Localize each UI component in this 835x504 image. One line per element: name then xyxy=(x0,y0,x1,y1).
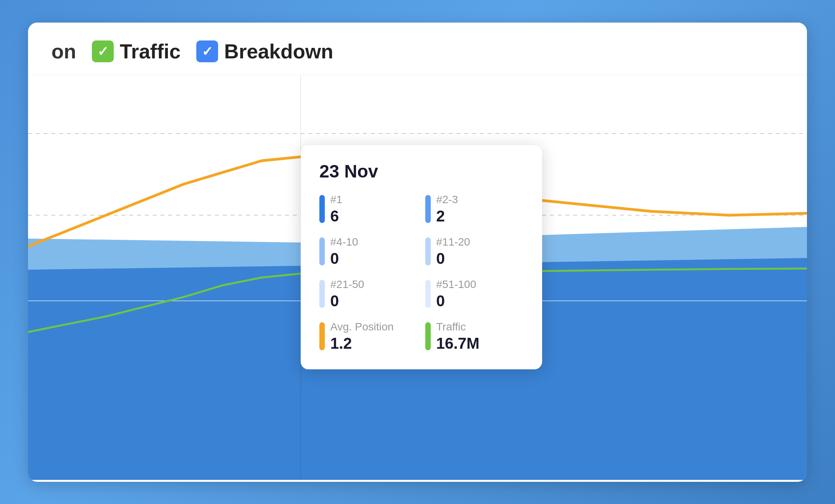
tooltip-grid: #1 6 #2-3 2 #4-10 xyxy=(319,193,523,352)
traffic-value-label: Traffic xyxy=(436,321,479,333)
traffic-value-value: 16.7M xyxy=(436,335,479,352)
tooltip-item-traffic: Traffic 16.7M xyxy=(425,321,523,352)
rank51-100-bar xyxy=(425,280,431,308)
tooltip: 23 Nov #1 6 #2-3 2 xyxy=(301,145,542,369)
rank11-20-content: #11-20 0 xyxy=(436,236,470,267)
tooltip-item-avg-position: Avg. Position 1.2 xyxy=(319,321,418,352)
traffic-content: Traffic 16.7M xyxy=(436,321,479,352)
rank51-100-content: #51-100 0 xyxy=(436,278,476,310)
legend-item-traffic[interactable]: ✓ Traffic xyxy=(92,40,181,63)
rank1-value: 6 xyxy=(330,207,342,225)
breakdown-label: Breakdown xyxy=(224,40,333,63)
rank4-10-label: #4-10 xyxy=(330,236,358,248)
chart-container: on ✓ Traffic ✓ Breakdown xyxy=(28,23,807,482)
tooltip-item-rank2-3: #2-3 2 xyxy=(425,193,523,225)
rank1-label: #1 xyxy=(330,193,342,206)
tooltip-item-rank21-50: #21-50 0 xyxy=(319,278,418,310)
chart-area: 23 Nov #1 6 #2-3 2 xyxy=(28,75,807,480)
legend-bar: on ✓ Traffic ✓ Breakdown xyxy=(28,23,807,75)
rank4-10-value: 0 xyxy=(330,250,358,267)
rank11-20-label: #11-20 xyxy=(436,236,470,248)
rank2-3-content: #2-3 2 xyxy=(436,193,458,225)
rank2-3-value: 2 xyxy=(436,207,458,225)
rank21-50-value: 0 xyxy=(330,292,364,310)
traffic-label: Traffic xyxy=(120,40,181,63)
rank11-20-value: 0 xyxy=(436,250,470,267)
rank2-3-bar xyxy=(425,195,431,223)
rank21-50-content: #21-50 0 xyxy=(330,278,364,310)
rank21-50-bar xyxy=(319,280,325,308)
rank2-3-label: #2-3 xyxy=(436,193,458,206)
rank51-100-label: #51-100 xyxy=(436,278,476,291)
avg-position-content: Avg. Position 1.2 xyxy=(330,321,394,352)
rank4-10-content: #4-10 0 xyxy=(330,236,358,267)
avg-position-value: 1.2 xyxy=(330,335,394,352)
tooltip-date: 23 Nov xyxy=(319,161,523,182)
avg-position-bar xyxy=(319,322,325,350)
traffic-bar xyxy=(425,322,431,350)
rank4-10-bar xyxy=(319,237,325,265)
rank51-100-value: 0 xyxy=(436,292,476,310)
avg-position-label: Avg. Position xyxy=(330,321,394,333)
legend-item-breakdown[interactable]: ✓ Breakdown xyxy=(196,40,333,63)
traffic-checkmark: ✓ xyxy=(97,45,108,58)
legend-partial-text: on xyxy=(51,40,76,63)
svg-marker-3 xyxy=(28,266,301,480)
tooltip-item-rank11-20: #11-20 0 xyxy=(425,236,523,267)
breakdown-checkbox[interactable]: ✓ xyxy=(196,40,218,62)
tooltip-item-rank4-10: #4-10 0 xyxy=(319,236,418,267)
rank11-20-bar xyxy=(425,237,431,265)
tooltip-item-rank1: #1 6 xyxy=(319,193,418,225)
breakdown-checkmark: ✓ xyxy=(202,45,213,58)
rank1-content: #1 6 xyxy=(330,193,342,225)
traffic-checkbox[interactable]: ✓ xyxy=(92,40,114,62)
tooltip-item-rank51-100: #51-100 0 xyxy=(425,278,523,310)
rank1-bar xyxy=(319,195,325,223)
rank21-50-label: #21-50 xyxy=(330,278,364,291)
